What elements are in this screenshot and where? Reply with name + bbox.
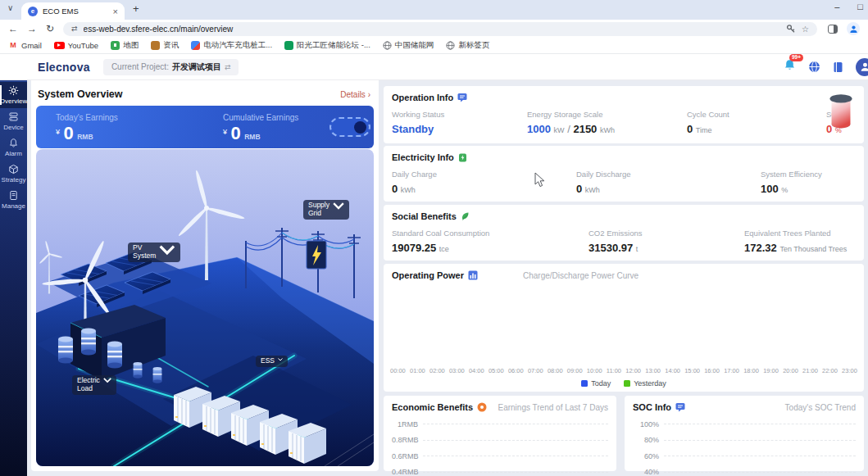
earnings-trend-chart: 1RMB 0.8RMB 0.6RMB 0.4RMB: [392, 416, 608, 476]
bookmarks-bar: M Gmail YouTube 地图 资讯 电动汽车充电桩工... 阳光工匠储能…: [0, 38, 868, 54]
forward-icon[interactable]: →: [27, 23, 37, 34]
person-icon: [849, 25, 858, 34]
soc-info-card: SOC Info Today's SOC Trend 100% 80% 60% …: [625, 396, 864, 471]
sidebar-item-device[interactable]: Device: [0, 108, 27, 134]
bookmark-maps[interactable]: 地图: [111, 40, 139, 51]
manual-book-icon[interactable]: [833, 61, 843, 73]
x-axis-tick-label: 18:00: [743, 367, 759, 374]
operation-info-title: Operation Info: [392, 93, 453, 102]
notifications-button[interactable]: 99+: [784, 59, 796, 75]
tab-close-icon[interactable]: ×: [113, 7, 118, 16]
chart-legend: Today Yesterday: [384, 379, 864, 388]
new-tab-button[interactable]: +: [133, 2, 139, 15]
tab-title: ECO EMS: [43, 7, 108, 16]
side-panel-icon[interactable]: [828, 25, 838, 34]
alarm-bell-icon: [8, 138, 19, 148]
legend-item-yesterday[interactable]: Yesterday: [624, 379, 666, 388]
gridline: [423, 424, 608, 424]
scene-label-ess[interactable]: ESS: [256, 356, 288, 367]
user-avatar[interactable]: [856, 58, 868, 76]
operation-info-card: Operation Info Working Status Standby En…: [384, 86, 864, 143]
battery-cylinder-graphic: [828, 91, 854, 130]
social-benefits-card: Social Benefits Standard Coal Consumptio…: [384, 205, 864, 261]
window-controls: – □: [834, 2, 863, 11]
scene-label-pv-system[interactable]: PV System: [128, 243, 180, 262]
soc-trend-chart: 100% 80% 60% 40%: [633, 416, 856, 476]
legend-item-today[interactable]: Today: [581, 379, 611, 388]
tab-search-chevron-icon[interactable]: ∨: [7, 3, 13, 12]
project-selector[interactable]: Current Project: 开发调试项目 ⇄: [103, 59, 239, 75]
x-axis-tick-label: 07:00: [528, 367, 543, 374]
chevron-down-icon: [278, 358, 283, 361]
sidebar-item-manage[interactable]: Manage: [0, 187, 27, 213]
stat-daily-charge: Daily Charge 0 kWh: [392, 170, 576, 195]
social-benefits-title: Social Benefits: [392, 211, 457, 221]
operation-info-icon: [457, 93, 467, 102]
bookmark-youtube[interactable]: YouTube: [54, 41, 98, 50]
bookmark-gmail[interactable]: M Gmail: [8, 41, 42, 50]
x-axis-tick-label: 13:00: [645, 367, 661, 374]
gridline: [664, 440, 856, 441]
bookmark-forum[interactable]: 阳光工匠储能论坛 -...: [284, 40, 370, 51]
bookmark-cnesa[interactable]: 中国储能网: [383, 40, 434, 51]
gridline: [664, 424, 856, 424]
soc-info-title: SOC Info: [633, 402, 671, 412]
reload-icon[interactable]: ↻: [46, 23, 54, 34]
x-axis-tick-label: 21:00: [802, 367, 818, 374]
legend-swatch-yesterday: [624, 380, 630, 387]
globe-favicon: [446, 41, 455, 50]
x-axis-tick-label: 04:00: [469, 367, 484, 374]
scene-label-electric-load[interactable]: Electric Load: [72, 375, 116, 395]
youtube-favicon: [54, 42, 65, 49]
language-globe-icon[interactable]: [808, 61, 820, 73]
browser-profile-avatar[interactable]: [847, 22, 860, 35]
energy-facility-illustration: Supply Grid PV System ESS Electric Load: [36, 149, 374, 466]
browser-tab[interactable]: e ECO EMS ×: [21, 2, 125, 20]
app-logo: Elecnova: [38, 61, 90, 74]
operating-power-title: Operating Power: [392, 270, 464, 280]
y-axis-tick-label: 0.6RMB: [392, 452, 423, 460]
window-maximize-button[interactable]: □: [857, 2, 863, 11]
economic-benefits-card: Economic Benefits Earnings Trend of Last…: [384, 396, 616, 471]
x-axis-tick-label: 17:00: [724, 367, 739, 374]
x-axis-tick-label: 16:00: [704, 367, 720, 374]
x-axis-tick-label: 08:00: [548, 367, 563, 374]
legend-swatch-today: [581, 380, 588, 387]
sidebar-item-overview[interactable]: Overview: [0, 82, 27, 108]
gridline: [423, 456, 608, 456]
app-header: Elecnova Current Project: 开发调试项目 ⇄ 99+: [0, 54, 868, 80]
site-info-icon[interactable]: ⇄: [71, 25, 78, 33]
x-axis-tick-label: 01:00: [410, 367, 425, 374]
chevron-down-icon: [159, 245, 175, 256]
y-axis-tick-label: 60%: [633, 452, 664, 460]
stat-system-efficiency: System Efficiency 100 %: [761, 170, 856, 195]
bookmark-news[interactable]: 资讯: [151, 40, 179, 51]
soc-info-icon: [675, 402, 685, 412]
bookmark-star-icon[interactable]: ☆: [802, 25, 809, 34]
window-minimize-button[interactable]: –: [834, 2, 839, 11]
coin-icon: [477, 402, 487, 412]
url-field[interactable]: ⇄ ess-web-dev.sfere-elec.cn/main/overvie…: [63, 22, 817, 36]
stat-cycle-count: Cycle Count 0 Time: [687, 110, 826, 135]
bookmark-new-tab-page[interactable]: 新标签页: [446, 40, 489, 51]
x-axis-tick-label: 10:00: [587, 367, 602, 374]
cube-icon: [8, 164, 19, 175]
device-server-icon: [8, 111, 19, 122]
y-axis-tick-label: 80%: [633, 436, 664, 444]
back-icon[interactable]: ←: [8, 23, 18, 34]
banner-toggle-switch[interactable]: [329, 117, 370, 137]
browser-tabstrip: ∨ e ECO EMS × + – □: [0, 0, 868, 20]
password-key-icon[interactable]: [786, 24, 796, 34]
details-link[interactable]: Details ›: [340, 90, 370, 99]
sidebar-nav: Overview Device Alarm Strategy Manage: [0, 80, 27, 476]
electricity-info-card: Electricity Info Daily Charge 0 kWh Dail…: [384, 146, 864, 202]
sidebar-item-alarm[interactable]: Alarm: [0, 134, 27, 161]
sidebar-item-strategy[interactable]: Strategy: [0, 161, 27, 187]
operating-power-card: Operating Power Charge/Discharge Power C…: [384, 264, 864, 392]
stat-daily-discharge: Daily Discharge 0 kWh: [576, 170, 761, 195]
scene-label-supply-grid[interactable]: Supply Grid: [303, 200, 349, 220]
stat-working-status: Working Status Standby: [392, 110, 527, 135]
x-axis-tick-label: 00:00: [390, 367, 406, 374]
chevron-down-icon: [333, 202, 344, 210]
bookmark-ev-charging[interactable]: 电动汽车充电桩工...: [191, 40, 272, 51]
